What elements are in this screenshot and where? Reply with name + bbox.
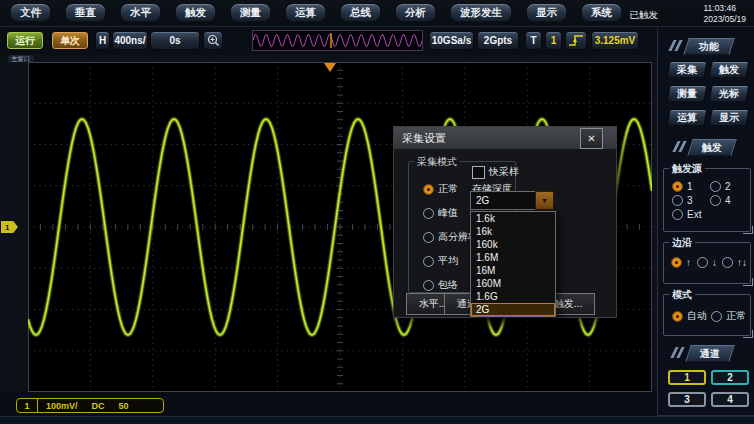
fast-sample-checkbox[interactable]: 快采样 <box>472 165 519 179</box>
radio-acq-average[interactable]: 平均 <box>423 254 458 268</box>
menu-math[interactable]: 运算 <box>285 3 326 23</box>
close-icon: ✕ <box>587 133 595 144</box>
depth-combobox[interactable]: 2G ▼ <box>470 191 554 210</box>
trigger-source-button[interactable]: 1 <box>545 31 562 50</box>
channel1-marker-label: 1 <box>5 223 9 232</box>
menu-bus[interactable]: 总线 <box>340 3 381 23</box>
radio-dot <box>423 256 434 267</box>
run-button[interactable]: 运行 <box>6 31 44 50</box>
section-slashes-icon <box>675 140 687 152</box>
radio-dot <box>710 181 721 192</box>
menu-vertical[interactable]: 垂直 <box>65 3 106 23</box>
sidebar-btn-acquire[interactable]: 采集 <box>667 61 708 78</box>
view-tab[interactable]: 主窗口 <box>8 55 34 62</box>
channel1-badge-number: 1 <box>17 399 38 412</box>
channel-button-2[interactable]: 2 <box>711 370 749 385</box>
toolbar: 运行 单次 H 400ns/ 0s 10GSa/s 2Gpts T 1 3.12… <box>0 27 754 56</box>
sample-rate-button[interactable]: 10GSa/s <box>429 31 474 50</box>
radio-source-3[interactable]: 3 <box>672 195 693 206</box>
zoom-button[interactable] <box>203 31 223 50</box>
radio-dot <box>671 257 682 268</box>
trigger-edge-button[interactable] <box>565 31 587 50</box>
right-sidebar: 功能 采集 触发 测量 光标 运算 显示 触发 触发源 1 2 3 4 Ext … <box>657 28 754 416</box>
trigger-source-group: 触发源 1 2 3 4 Ext <box>663 168 751 232</box>
depth-option[interactable]: 1.6k <box>471 212 555 225</box>
menu-trigger[interactable]: 触发 <box>175 3 216 23</box>
radio-edge-both[interactable]: ↑↓ <box>722 257 747 268</box>
depth-option[interactable]: 160M <box>471 277 555 290</box>
dialog-close-button[interactable]: ✕ <box>580 128 603 149</box>
radio-dot <box>710 195 721 206</box>
waveform-preview[interactable] <box>252 30 423 51</box>
channel1-coupling: DC <box>92 401 105 411</box>
channel-button-3[interactable]: 3 <box>668 392 706 407</box>
menu-wavegen[interactable]: 波形发生 <box>450 3 512 23</box>
menu-display[interactable]: 显示 <box>526 3 567 23</box>
radio-source-1[interactable]: 1 <box>672 181 693 192</box>
radio-dot <box>672 195 683 206</box>
memory-depth-button[interactable]: 2Gpts <box>477 31 519 50</box>
dialog-title: 采集设置 <box>402 131 446 146</box>
sidebar-btn-cursor[interactable]: 光标 <box>709 85 750 102</box>
radio-acq-normal[interactable]: 正常 <box>423 182 458 196</box>
sidebar-btn-display[interactable]: 显示 <box>709 109 750 126</box>
depth-option[interactable]: 1.6G <box>471 290 555 303</box>
radio-mode-normal[interactable]: 正常 <box>711 309 746 323</box>
section-header-function[interactable]: 功能 <box>683 38 735 55</box>
edge-label: 边沿 <box>669 236 695 250</box>
radio-edge-falling[interactable]: ↓ <box>697 257 717 268</box>
channel1-badge[interactable]: 1 100mV/ DC 50 <box>16 398 164 413</box>
radio-acq-envelope[interactable]: 包络 <box>423 278 458 292</box>
radio-acq-peak[interactable]: 峰值 <box>423 206 458 220</box>
depth-option[interactable]: 1.6M <box>471 251 555 264</box>
trigger-mode-label: 模式 <box>669 288 695 302</box>
radio-source-2[interactable]: 2 <box>710 181 731 192</box>
menu-horizontal[interactable]: 水平 <box>120 3 161 23</box>
radio-dot <box>672 181 683 192</box>
channel1-impedance: 50 <box>119 401 129 411</box>
trigger-label: T <box>525 31 542 50</box>
sidebar-btn-measure[interactable]: 测量 <box>667 85 708 102</box>
dropdown-arrow-icon[interactable]: ▼ <box>535 191 554 210</box>
radio-source-ext[interactable]: Ext <box>672 209 701 220</box>
section-slashes-icon <box>673 346 685 358</box>
channel1-scale: 100mV/ <box>46 401 78 411</box>
checkbox-icon <box>472 166 485 179</box>
horizontal-offset-button[interactable]: 0s <box>150 31 200 50</box>
radio-source-4[interactable]: 4 <box>710 195 731 206</box>
sidebar-btn-trigger[interactable]: 触发 <box>709 61 750 78</box>
radio-dot <box>697 257 708 268</box>
radio-dot <box>722 257 733 268</box>
trigger-level-button[interactable]: 3.125mV <box>591 31 639 50</box>
clock-time: 11:03:46 <box>703 3 746 14</box>
preview-sine-icon <box>253 31 422 50</box>
menu-analysis[interactable]: 分析 <box>395 3 436 23</box>
channel1-ground-marker[interactable]: 1 <box>1 221 18 233</box>
depth-option[interactable]: 160k <box>471 238 555 251</box>
channel-button-4[interactable]: 4 <box>711 392 749 407</box>
section-header-trigger[interactable]: 触发 <box>687 139 737 156</box>
clock-date: 2023/05/19 <box>703 14 746 25</box>
menu-file[interactable]: 文件 <box>10 3 51 23</box>
menu-measure[interactable]: 测量 <box>230 3 271 23</box>
edge-group: 边沿 ↑ ↓ ↑↓ <box>663 242 751 284</box>
magnifier-plus-icon <box>207 34 220 47</box>
radio-dot <box>672 209 683 220</box>
acquire-mode-label: 采集模式 <box>414 155 460 169</box>
bottom-info-bar: 1 100mV/ DC 50 <box>0 392 657 416</box>
single-button[interactable]: 单次 <box>51 31 89 50</box>
depth-option[interactable]: 16M <box>471 264 555 277</box>
menu-system[interactable]: 系统 <box>581 3 622 23</box>
trigger-status: 已触发 <box>630 9 659 22</box>
sidebar-btn-math[interactable]: 运算 <box>667 109 708 126</box>
menu-bar: 文件 垂直 水平 触发 测量 运算 总线 分析 波形发生 显示 系统 已触发 1… <box>0 0 754 27</box>
section-header-channel[interactable]: 通道 <box>685 345 735 362</box>
depth-option-selected[interactable]: 2G <box>471 303 555 316</box>
channel-button-1[interactable]: 1 <box>668 370 706 385</box>
oscilloscope-app: 文件 垂直 水平 触发 测量 运算 总线 分析 波形发生 显示 系统 已触发 1… <box>0 0 754 424</box>
radio-mode-auto[interactable]: 自动 <box>672 309 707 323</box>
section-slashes-icon <box>671 39 683 51</box>
radio-edge-rising[interactable]: ↑ <box>671 257 691 268</box>
depth-option[interactable]: 16k <box>471 225 555 238</box>
timebase-button[interactable]: 400ns/ <box>112 31 148 50</box>
